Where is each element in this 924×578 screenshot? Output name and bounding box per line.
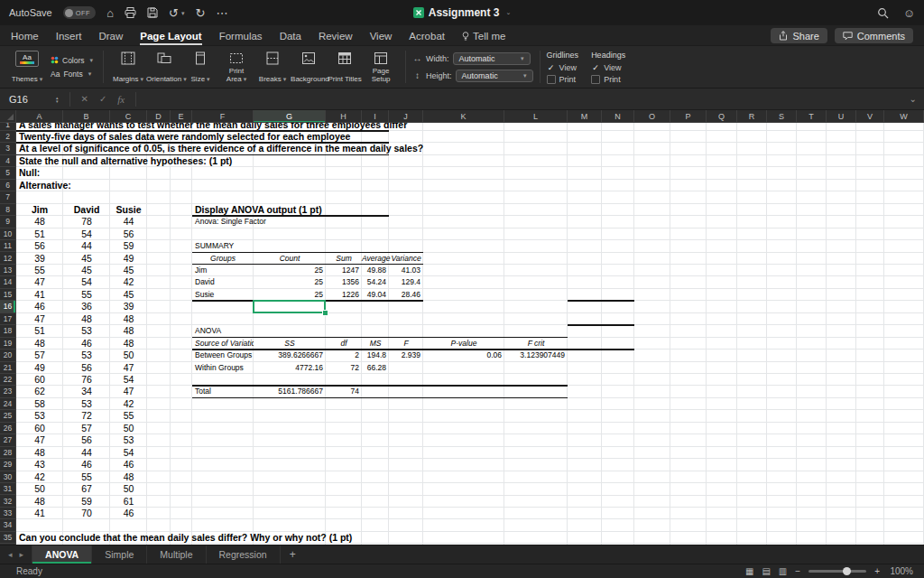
cell[interactable]: 28.46 bbox=[389, 289, 423, 301]
cell[interactable]: 41 bbox=[16, 289, 63, 301]
gridlines-view-checkbox[interactable]: ✓ View bbox=[547, 62, 579, 72]
more-icon[interactable]: ⋯ bbox=[216, 7, 227, 19]
column-header[interactable]: C bbox=[110, 110, 147, 123]
cell[interactable]: 3.123907449 bbox=[504, 350, 568, 361]
zoom-level[interactable]: 100% bbox=[888, 566, 913, 576]
cell[interactable]: 59 bbox=[63, 496, 110, 508]
cell[interactable]: 72 bbox=[326, 362, 362, 374]
cell[interactable]: Between Groups bbox=[192, 350, 254, 361]
cell[interactable]: 39 bbox=[110, 301, 147, 312]
row-header[interactable]: 7 bbox=[0, 191, 15, 203]
cell[interactable]: 4772.16 bbox=[254, 362, 326, 374]
cell[interactable]: 50 bbox=[110, 483, 147, 495]
cell[interactable]: 53 bbox=[63, 350, 110, 361]
tab-acrobat[interactable]: Acrobat bbox=[409, 31, 445, 45]
cell[interactable]: 47 bbox=[16, 313, 63, 325]
name-box-spinner[interactable]: ▴▾ bbox=[56, 96, 59, 103]
row-header[interactable]: 30 bbox=[0, 471, 15, 483]
cell[interactable]: 53 bbox=[63, 398, 110, 410]
cell[interactable]: 74 bbox=[326, 386, 362, 397]
cell[interactable]: 45 bbox=[110, 265, 147, 276]
cell[interactable]: 39 bbox=[16, 253, 63, 265]
tab-view[interactable]: View bbox=[370, 31, 393, 45]
row-header[interactable]: 4 bbox=[0, 155, 15, 167]
row-header[interactable]: 21 bbox=[0, 362, 15, 374]
cell[interactable]: Jim bbox=[195, 265, 207, 276]
cell[interactable]: 2.939 bbox=[389, 350, 423, 361]
cell[interactable]: 46 bbox=[63, 459, 110, 471]
cell[interactable]: 58 bbox=[16, 398, 63, 410]
column-header[interactable]: R bbox=[737, 110, 767, 123]
column-header[interactable]: H bbox=[326, 110, 362, 123]
row-header[interactable]: 22 bbox=[0, 374, 15, 386]
cell[interactable]: 56 bbox=[63, 362, 110, 374]
column-header[interactable]: B bbox=[63, 110, 110, 123]
normal-view-icon[interactable]: ▦ bbox=[745, 566, 753, 576]
tab-data[interactable]: Data bbox=[280, 31, 301, 45]
cell[interactable]: 49.88 bbox=[362, 265, 389, 276]
cell[interactable]: Total bbox=[195, 386, 211, 397]
cell[interactable]: 44 bbox=[63, 447, 110, 459]
cell[interactable]: SUMMARY bbox=[195, 240, 234, 252]
print-titles-button[interactable]: Print Titles bbox=[327, 48, 363, 86]
tab-page-layout[interactable]: Page Layout bbox=[140, 31, 201, 45]
cell[interactable]: 47 bbox=[110, 386, 147, 397]
row-header[interactable]: 8 bbox=[0, 204, 15, 216]
cell[interactable]: 1356 bbox=[326, 276, 362, 288]
cell[interactable]: 72 bbox=[63, 410, 110, 422]
cell[interactable]: 41.03 bbox=[389, 265, 423, 276]
row-header[interactable]: 9 bbox=[0, 216, 15, 228]
cell[interactable]: 50 bbox=[110, 423, 147, 434]
zoom-slider[interactable] bbox=[808, 570, 866, 573]
cell[interactable]: 0.06 bbox=[423, 350, 504, 361]
name-box[interactable]: G16 bbox=[0, 94, 56, 105]
cell[interactable]: Source of Variation bbox=[192, 338, 254, 350]
cell[interactable]: 1226 bbox=[326, 289, 362, 301]
page-setup-button[interactable]: Page Setup bbox=[363, 48, 399, 86]
row-header[interactable]: 17 bbox=[0, 313, 15, 325]
row-header[interactable]: 15 bbox=[0, 289, 15, 301]
row-header[interactable]: 23 bbox=[0, 386, 15, 397]
row-header[interactable]: 24 bbox=[0, 398, 15, 410]
cell[interactable]: Display ANOVA output (1 pt) bbox=[195, 204, 322, 216]
cell[interactable]: 60 bbox=[16, 374, 63, 386]
row-header[interactable]: 12 bbox=[0, 253, 15, 265]
cell[interactable]: 54 bbox=[63, 228, 110, 240]
undo-icon[interactable]: ↺▾ bbox=[169, 7, 184, 19]
tab-review[interactable]: Review bbox=[319, 31, 353, 45]
cell[interactable]: 57 bbox=[63, 423, 110, 434]
row-header[interactable]: 33 bbox=[0, 508, 15, 519]
cell[interactable]: Groups bbox=[192, 253, 254, 265]
column-header[interactable]: O bbox=[634, 110, 670, 123]
expand-formula-bar-icon[interactable]: ⌄ bbox=[910, 94, 917, 104]
size-button[interactable]: Size▾ bbox=[182, 48, 218, 86]
cell[interactable]: 50 bbox=[110, 350, 147, 361]
cell[interactable]: 54.24 bbox=[362, 276, 389, 288]
row-header[interactable]: 6 bbox=[0, 180, 15, 191]
cell[interactable]: 47 bbox=[16, 276, 63, 288]
print-icon[interactable] bbox=[125, 7, 136, 18]
cell[interactable]: Jim bbox=[16, 204, 63, 216]
column-header[interactable]: M bbox=[568, 110, 602, 123]
selected-cell[interactable] bbox=[253, 300, 326, 312]
cell[interactable]: 47 bbox=[16, 434, 63, 446]
cell[interactable]: Sum bbox=[326, 253, 362, 265]
cell[interactable]: 48 bbox=[63, 313, 110, 325]
column-header[interactable]: V bbox=[856, 110, 884, 123]
cell[interactable]: 44 bbox=[110, 216, 147, 228]
breaks-button[interactable]: Breaks▾ bbox=[254, 48, 291, 86]
cell[interactable]: 48 bbox=[16, 216, 63, 228]
cell[interactable]: 194.8 bbox=[362, 350, 389, 361]
cell[interactable]: 60 bbox=[16, 423, 63, 434]
redo-icon[interactable]: ↻ bbox=[195, 7, 205, 19]
cell[interactable]: Average bbox=[362, 253, 389, 265]
cell[interactable]: 61 bbox=[110, 496, 147, 508]
headings-view-checkbox[interactable]: ✓ View bbox=[591, 62, 625, 72]
cell[interactable]: 36 bbox=[63, 301, 110, 312]
sheet-tab-multiple[interactable]: Multiple bbox=[147, 545, 206, 564]
cell[interactable]: 57 bbox=[16, 350, 63, 361]
save-icon[interactable] bbox=[147, 7, 158, 18]
cell[interactable]: MS bbox=[362, 338, 389, 350]
cell[interactable]: 45 bbox=[63, 253, 110, 265]
cell[interactable]: 46 bbox=[16, 301, 63, 312]
